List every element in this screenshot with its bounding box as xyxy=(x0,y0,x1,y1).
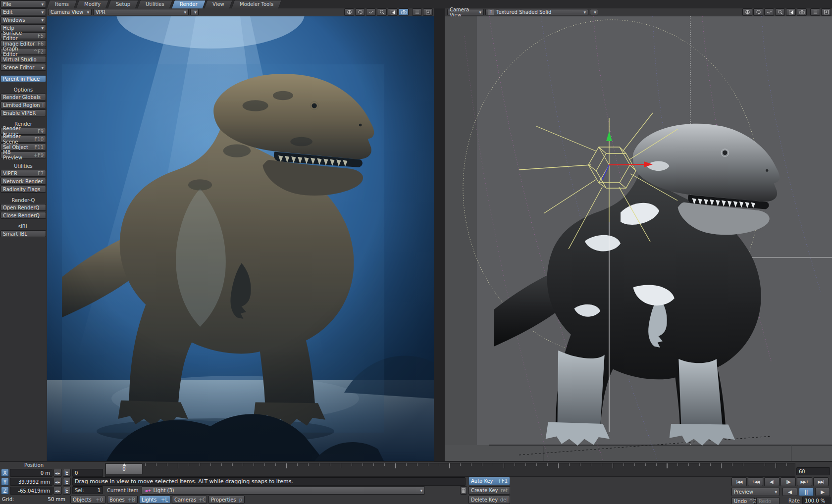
camera-icon[interactable] xyxy=(797,8,807,16)
create-key-button[interactable]: Create Keyret xyxy=(468,486,510,495)
delete-key-button[interactable]: Delete Keydel xyxy=(468,496,510,504)
render-mode-dropdown[interactable]: T Textured Shaded Solid▼ xyxy=(485,9,588,15)
z-axis-button[interactable]: Z xyxy=(1,487,9,495)
z-envelope-button[interactable]: E xyxy=(63,487,71,495)
move-tool-icon[interactable] xyxy=(742,8,752,16)
sidebar-item[interactable]: Enable VIPER xyxy=(0,109,46,116)
redo-button[interactable]: Redo xyxy=(756,497,780,504)
end-frame-field[interactable]: 60 xyxy=(796,467,830,475)
sidebar-item[interactable]: Edit ▼ xyxy=(0,8,46,15)
dopesheet-toggle-button[interactable] xyxy=(460,486,467,495)
transport-button[interactable]: ||▶ xyxy=(780,477,796,486)
play-button[interactable]: ▶ xyxy=(815,488,830,496)
sidebar-item[interactable]: Virtual Studio xyxy=(0,56,46,63)
main-tab[interactable]: Render xyxy=(171,0,206,8)
selection-count-field[interactable]: Sel: 1 xyxy=(72,486,103,494)
z-spinner[interactable]: ◀▶ xyxy=(53,487,62,495)
sidebar-item[interactable]: Surface Editor F5 xyxy=(0,32,46,39)
transport-button[interactable]: ▶▶+ xyxy=(797,477,812,486)
preview-dropdown[interactable]: Preview▼ xyxy=(731,488,780,496)
x-spinner[interactable]: ◀▶ xyxy=(53,469,62,477)
pause-button[interactable]: || xyxy=(799,488,814,496)
right-viewport-header: Camera View▼ T Textured Shaded Solid▼ ▼ xyxy=(445,8,832,16)
menu-list-icon[interactable] xyxy=(810,8,820,16)
sidebar-item[interactable]: Scene Editor ▼ xyxy=(0,64,46,71)
x-axis-button[interactable]: X xyxy=(1,469,9,477)
properties-button[interactable]: Propertiesp xyxy=(208,496,245,504)
z-position-field[interactable]: -65.0419mm xyxy=(10,487,52,495)
transport-button[interactable]: +◀◀ xyxy=(748,477,763,486)
play-reverse-button[interactable]: ◀ xyxy=(782,488,797,496)
rate-field[interactable]: 100.0 % xyxy=(802,497,831,504)
main-tab[interactable]: View xyxy=(204,0,233,8)
transport-button[interactable]: ▶▶| xyxy=(813,477,829,486)
objects-button[interactable]: Objects+0 xyxy=(70,496,105,504)
y-spinner[interactable]: ◀▶ xyxy=(53,478,62,486)
sidebar-item[interactable]: Parent in Place xyxy=(0,75,46,82)
sidebar-item[interactable]: Open RenderQ xyxy=(0,204,46,211)
bones-button[interactable]: Bones+B xyxy=(107,496,138,504)
sidebar-item[interactable]: Graph Editor ^F2 xyxy=(0,48,46,55)
zoom-tool-icon[interactable] xyxy=(377,8,387,16)
left-viewport-vpr-render[interactable] xyxy=(47,16,434,461)
top-menu-bar: File ▼ Items Modify Setup Utilities xyxy=(0,0,832,8)
rotate-tool-icon[interactable] xyxy=(355,8,365,16)
sidebar-item[interactable]: MB Preview +F9 xyxy=(0,151,46,158)
y-envelope-button[interactable]: E xyxy=(63,478,71,486)
chevron-down-icon: ▼ xyxy=(39,18,44,22)
move-tool-icon[interactable] xyxy=(344,8,354,16)
timeline-ruler[interactable] xyxy=(105,463,795,477)
sidebar-section-header: Options xyxy=(0,87,46,93)
transport-controls: |◀◀+◀◀◀||||▶▶▶+▶▶| xyxy=(731,477,829,486)
lights-button[interactable]: Lights+L xyxy=(139,496,170,504)
y-axis-button[interactable]: Y xyxy=(1,478,9,486)
x-envelope-button[interactable]: E xyxy=(63,469,71,477)
zoom-tool-icon[interactable] xyxy=(775,8,785,16)
undo-button[interactable]: Undo^Z xyxy=(731,497,755,504)
pan-tool-icon[interactable] xyxy=(366,8,376,16)
current-item-dropdown[interactable]: ◄✦ Light (3) ▼ xyxy=(142,486,425,495)
transport-button[interactable]: |◀◀ xyxy=(731,477,747,486)
x-position-field[interactable]: 0 m xyxy=(10,469,52,477)
y-position-field[interactable]: 39.9992 mm xyxy=(10,478,52,486)
grid-size-value: 50 mm xyxy=(42,497,65,502)
sidebar-item[interactable]: Render Scene F10 xyxy=(0,136,46,143)
pan-tool-icon[interactable] xyxy=(764,8,774,16)
sidebar-item[interactable]: Radiosity Flags xyxy=(0,186,46,193)
viewport-divider[interactable] xyxy=(434,8,445,461)
snapshot-icon[interactable] xyxy=(423,8,433,16)
sidebar-item[interactable]: Render Globals xyxy=(0,94,46,101)
sidebar-item[interactable]: Windows ▼ xyxy=(0,16,46,23)
sidebar-item[interactable]: Network Render xyxy=(0,178,46,185)
main-tab[interactable]: Modify xyxy=(76,0,109,8)
timeline-frame-handle[interactable]: 0 xyxy=(105,463,143,475)
right-viewport-opengl[interactable] xyxy=(445,16,832,461)
rotate-tool-icon[interactable] xyxy=(753,8,763,16)
render-mode-dropdown[interactable]: VPR▼ xyxy=(93,9,189,15)
view-type-dropdown[interactable]: Camera View▼ xyxy=(447,9,484,15)
viewport-options-dropdown[interactable]: ▼ xyxy=(190,9,199,15)
position-label: Position xyxy=(15,462,44,468)
sidebar-item[interactable]: Close RenderQ xyxy=(0,212,46,219)
main-tab[interactable]: Utilities xyxy=(137,0,173,8)
sidebar-gap xyxy=(0,220,47,223)
sidebar-item[interactable]: Smart IBL xyxy=(0,230,46,237)
camera-icon[interactable] xyxy=(399,8,409,16)
cameras-button[interactable]: Cameras+C xyxy=(172,496,207,504)
auto-key-button[interactable]: Auto Key+F1 xyxy=(468,477,510,485)
view-type-dropdown[interactable]: Camera View▼ xyxy=(48,9,92,15)
transport-button[interactable]: ◀|| xyxy=(764,477,780,486)
chevron-down-icon: ▼ xyxy=(418,489,422,492)
menu-list-icon[interactable] xyxy=(412,8,422,16)
expand-viewport-icon[interactable] xyxy=(388,8,398,16)
snapshot-icon[interactable] xyxy=(821,8,831,16)
file-menu-button[interactable]: File ▼ xyxy=(0,0,46,7)
sidebar-item[interactable]: Limited Region l xyxy=(0,101,46,108)
sidebar-item[interactable]: VIPER F7 xyxy=(0,170,46,177)
current-frame-field[interactable]: 0 xyxy=(72,469,103,477)
expand-viewport-icon[interactable] xyxy=(786,8,796,16)
viewport-options-dropdown[interactable]: ▼ xyxy=(590,9,598,15)
main-tab[interactable]: Items xyxy=(47,0,77,8)
main-tab[interactable]: Setup xyxy=(107,0,139,8)
main-tab[interactable]: Modeler Tools xyxy=(231,0,282,8)
